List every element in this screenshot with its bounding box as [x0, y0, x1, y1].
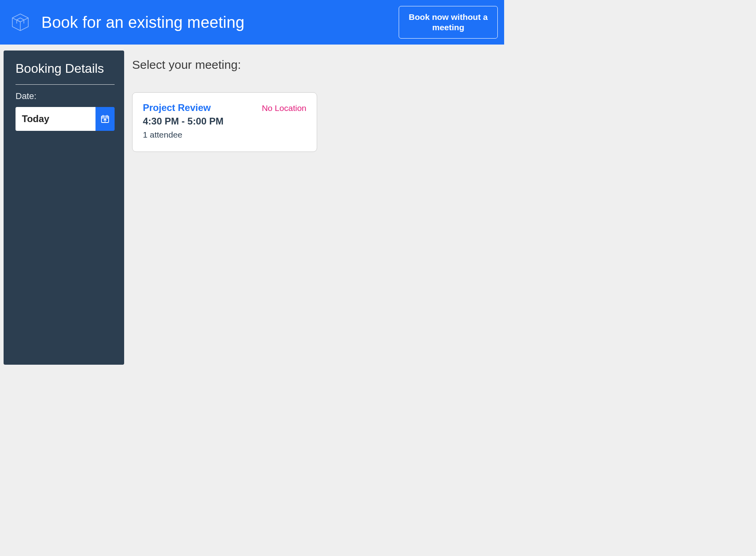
date-display[interactable]: Today [16, 107, 95, 131]
open-calendar-button[interactable] [95, 107, 115, 131]
page-title: Book for an existing meeting [41, 14, 399, 31]
sidebar-divider [16, 84, 115, 85]
date-picker[interactable]: Today [16, 107, 115, 131]
meeting-attendees: 1 attendee [143, 130, 306, 140]
calendar-icon [100, 114, 110, 124]
meeting-card-header-row: Project Review No Location [143, 102, 306, 113]
page-header: Book for an existing meeting Book now wi… [0, 0, 504, 45]
date-label: Date: [16, 91, 115, 101]
meeting-location: No Location [262, 103, 306, 113]
meeting-time: 4:30 PM - 5:00 PM [143, 116, 306, 127]
meeting-card[interactable]: Project Review No Location 4:30 PM - 5:0… [132, 92, 317, 152]
select-meeting-heading: Select your meeting: [132, 58, 496, 72]
sidebar-title: Booking Details [16, 60, 115, 77]
book-without-meeting-button[interactable]: Book now without a meeting [399, 6, 498, 39]
main-content: Select your meeting: Project Review No L… [124, 45, 504, 371]
meeting-title: Project Review [143, 102, 211, 113]
page-body: Booking Details Date: Today Select your … [0, 45, 504, 371]
app-logo-icon [10, 12, 30, 32]
booking-details-sidebar: Booking Details Date: Today [4, 51, 124, 365]
